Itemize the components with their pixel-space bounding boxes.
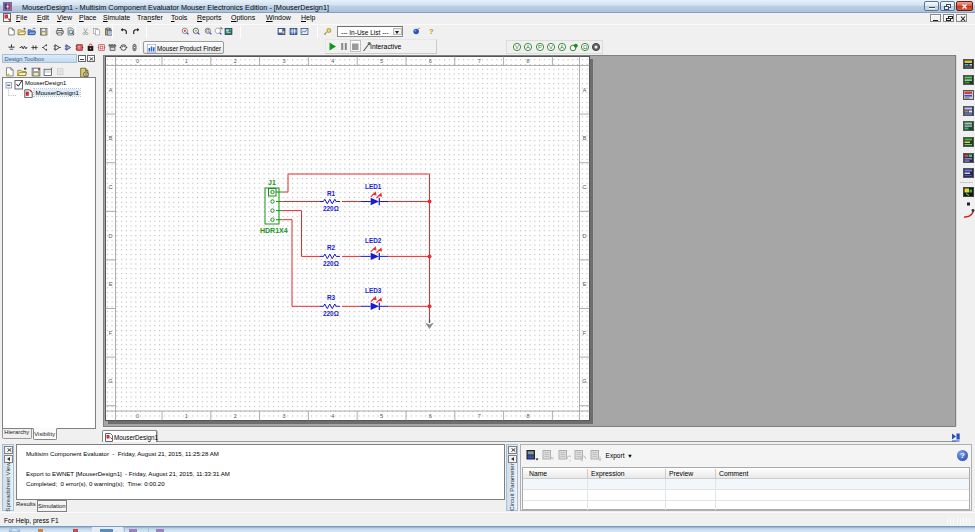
svg-text:5: 5 [380,413,383,419]
svg-text:A: A [526,44,530,50]
svg-text:E: E [109,281,113,287]
svg-text:R3: R3 [327,294,336,301]
svg-text:3: 3 [282,413,285,419]
svg-text:5: 5 [380,58,383,64]
svg-text:G: G [108,378,112,384]
svg-text:2: 2 [234,58,237,64]
svg-text:V: V [515,44,519,50]
svg-text:B: B [109,135,113,141]
svg-text:1: 1 [185,413,188,419]
svg-text:G: G [582,378,586,384]
svg-text:C: C [583,184,587,190]
svg-text:?: ? [429,27,434,36]
svg-text:D: D [583,233,587,239]
svg-text:220Ω: 220Ω [323,310,339,317]
svg-text:P: P [538,44,542,50]
svg-text:220Ω: 220Ω [323,205,339,212]
svg-text:7: 7 [478,58,481,64]
svg-text:R1: R1 [327,190,336,197]
svg-text:HDR1X4: HDR1X4 [260,227,288,234]
svg-text:D: D [109,233,113,239]
svg-text:8: 8 [526,58,529,64]
svg-text:A: A [560,44,564,50]
svg-text:6: 6 [429,58,432,64]
svg-text:LED1: LED1 [365,183,382,190]
svg-text:2: 2 [234,413,237,419]
svg-text:1: 1 [185,58,188,64]
svg-text:220Ω: 220Ω [323,260,339,267]
svg-text:LED2: LED2 [365,237,382,244]
svg-text:4: 4 [331,413,334,419]
svg-text:8: 8 [526,413,529,419]
svg-text:A: A [109,87,113,93]
svg-text:6: 6 [429,413,432,419]
svg-text:B: B [583,135,587,141]
svg-text:R2: R2 [327,244,336,251]
svg-text:3: 3 [282,58,285,64]
svg-text:0: 0 [136,58,139,64]
svg-text:E: E [583,281,587,287]
svg-text:C: C [109,184,113,190]
svg-text:A: A [583,87,587,93]
svg-text:LED3: LED3 [365,287,382,294]
svg-text:7: 7 [478,413,481,419]
svg-text:Ω: Ω [583,44,588,50]
svg-text:0: 0 [136,413,139,419]
svg-text:J1: J1 [268,179,276,186]
svg-text:4: 4 [331,58,334,64]
svg-text:V: V [549,44,553,50]
